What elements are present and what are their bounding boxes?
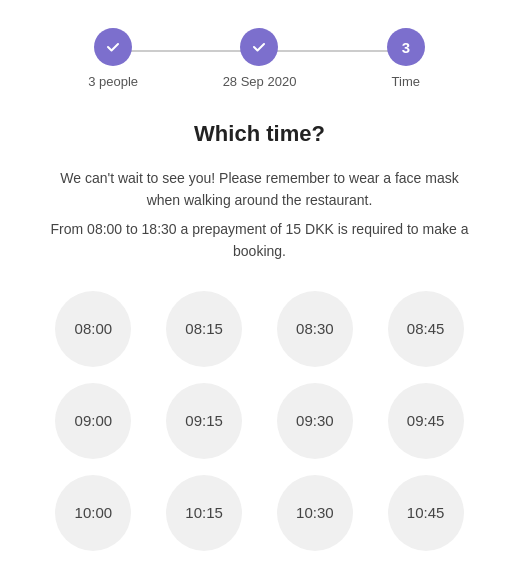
time-slot[interactable]: 08:30 xyxy=(277,291,353,367)
time-grid: 08:0008:1508:3008:4509:0009:1509:3009:45… xyxy=(0,283,519,566)
step-circle-people xyxy=(94,28,132,66)
check-icon-2 xyxy=(251,39,267,55)
page-title: Which time? xyxy=(40,121,479,147)
step-circle-date xyxy=(240,28,278,66)
time-slot[interactable]: 10:15 xyxy=(166,475,242,551)
step-label-people: 3 people xyxy=(88,74,138,89)
step-label-time: Time xyxy=(392,74,420,89)
check-icon xyxy=(105,39,121,55)
time-slot[interactable]: 08:45 xyxy=(388,291,464,367)
time-slot[interactable]: 08:00 xyxy=(55,291,131,367)
time-slot[interactable]: 08:15 xyxy=(166,291,242,367)
title-section: Which time? xyxy=(0,105,519,159)
time-slot[interactable]: 10:00 xyxy=(55,475,131,551)
stepper: 3 people 28 Sep 2020 3 Time xyxy=(0,0,519,105)
time-slot[interactable]: 09:00 xyxy=(55,383,131,459)
time-slot[interactable]: 10:30 xyxy=(277,475,353,551)
info-line-1: We can't wait to see you! Please remembe… xyxy=(44,167,475,212)
step-circle-time: 3 xyxy=(387,28,425,66)
booking-wizard: 3 people 28 Sep 2020 3 Time Which time? … xyxy=(0,0,519,566)
time-slot[interactable]: 10:45 xyxy=(388,475,464,551)
time-slot[interactable]: 09:45 xyxy=(388,383,464,459)
time-slot[interactable]: 09:15 xyxy=(166,383,242,459)
info-line-2: From 08:00 to 18:30 a prepayment of 15 D… xyxy=(44,218,475,263)
step-label-date: 28 Sep 2020 xyxy=(223,74,297,89)
info-section: We can't wait to see you! Please remembe… xyxy=(0,159,519,283)
step-people: 3 people xyxy=(40,28,186,89)
time-slot[interactable]: 09:30 xyxy=(277,383,353,459)
step-time: 3 Time xyxy=(333,28,479,89)
step-date: 28 Sep 2020 xyxy=(186,28,332,89)
